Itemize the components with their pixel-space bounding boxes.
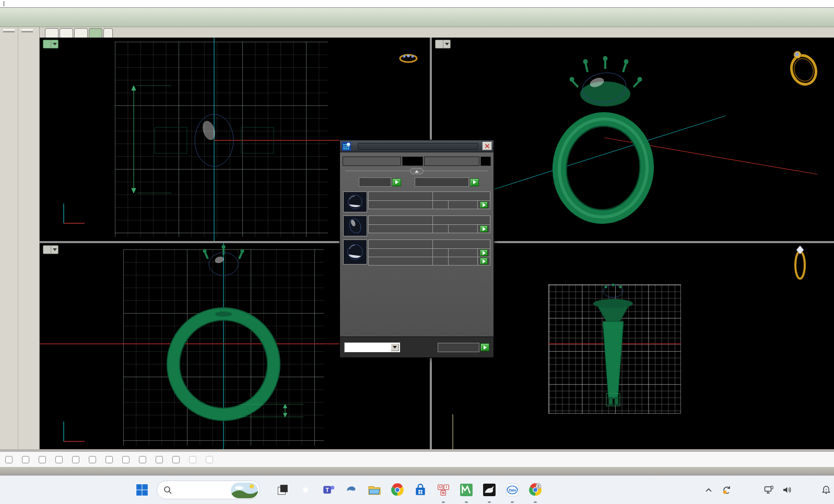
tab-side-view[interactable] [74,28,88,38]
viewport-label-looking-down[interactable] [43,40,58,49]
zalo-button[interactable]: Zalo [503,481,521,499]
checkbox[interactable] [55,456,63,463]
gem-material [432,240,490,248]
ring-orientation-icon [400,54,417,62]
update-arrow-button[interactable] [392,178,401,186]
palette-drag-handle[interactable] [3,29,15,32]
chevron-down-icon[interactable] [51,40,58,48]
osnap-quad[interactable] [139,456,149,463]
rhinoceros-button[interactable] [480,481,498,499]
gem-size [369,225,432,233]
copilot-icon [299,483,312,497]
checkbox[interactable] [156,456,163,463]
round-gem-thumbnail [343,191,367,212]
gem-count [432,249,448,257]
tab-perspective[interactable] [45,28,58,38]
checkbox[interactable] [72,456,79,463]
save-report-button[interactable] [415,177,469,187]
tab-through-finger[interactable] [60,28,73,38]
chevron-down-icon[interactable] [51,246,58,254]
tab-looking-down[interactable] [89,28,102,38]
osnap-int[interactable] [89,456,99,463]
checkbox[interactable] [139,456,146,463]
axis-indicator [64,422,85,441]
start-button[interactable] [133,481,151,499]
osnap-mid[interactable] [55,456,65,463]
report-buttons-row [359,177,494,187]
gem-shape [369,216,432,224]
tray-chevron-up-icon[interactable] [703,485,714,495]
osnap-project[interactable] [189,456,199,463]
osnap-vertex[interactable] [172,456,182,463]
gem-row-arrow-button[interactable] [480,225,488,232]
windows-taskbar: T UIN Zalo z [0,475,834,504]
osnap-cen[interactable] [72,456,82,463]
chrome-profile-button[interactable] [526,481,544,499]
checkbox[interactable] [189,456,196,463]
chrome-button[interactable] [389,481,406,499]
gem-size [369,201,432,209]
network-icon[interactable] [763,485,774,495]
axis-indicator [64,203,85,223]
microsoft-store-button[interactable] [412,481,429,499]
tool-palette-column-1 [0,27,18,449]
task-view-button[interactable] [274,481,291,499]
search-highlight-image[interactable] [231,483,258,498]
total-gem-count-label [424,157,479,166]
search-box[interactable] [157,481,260,499]
set-material-button[interactable] [438,343,479,352]
osnap-disable[interactable] [206,456,216,463]
checkbox[interactable] [105,456,113,463]
gem-group-row[interactable] [343,239,490,266]
viewport-label-through-finger[interactable] [43,245,58,254]
unikey-button[interactable]: UIN [434,481,452,499]
collapse-panel-button[interactable] [410,168,424,174]
checkbox[interactable] [89,456,96,463]
gem-reporter-dialog[interactable] [339,140,494,358]
save-report-arrow-button[interactable] [470,178,479,186]
osnap-perp[interactable] [105,456,115,463]
checkbox[interactable] [172,456,180,463]
gem-row-arrow-button[interactable] [480,201,488,208]
edge-button[interactable] [343,481,360,499]
material-select[interactable] [344,342,400,352]
command-bar[interactable] [0,0,834,8]
gem-group-row[interactable] [343,191,490,212]
osnap-knot[interactable] [156,456,166,463]
tray-update-icon[interactable] [722,485,732,495]
gem-row-arrow-button[interactable] [480,249,488,256]
viewport-tabs [40,27,834,38]
viewport-label-perspective[interactable] [435,40,451,49]
notification-bell-icon[interactable]: z [821,485,831,495]
checkbox[interactable] [39,456,46,463]
matrixgold-button[interactable] [457,481,475,499]
palette-drag-handle[interactable] [21,29,33,32]
osnap-point[interactable] [39,456,49,463]
checkbox[interactable] [22,456,29,463]
dropdown-arrow-icon[interactable] [391,343,399,351]
gem-reporter-titlebar[interactable] [340,140,494,152]
add-viewport-tab-button[interactable] [103,28,113,38]
set-material-arrow-button[interactable] [480,343,489,351]
osnap-near[interactable] [22,456,32,463]
copilot-button[interactable] [297,481,314,499]
gem-row-arrow-button[interactable] [480,258,488,265]
cabochon-gem-thumbnail [343,215,367,236]
svg-text:T: T [325,487,329,493]
checkbox[interactable] [206,456,213,463]
main-toolbar [0,8,834,27]
osnap-tan[interactable] [122,456,132,463]
close-icon[interactable] [483,142,492,150]
teams-button[interactable]: T [320,481,337,499]
file-explorer-button[interactable] [366,481,383,499]
titlebar-drag-area[interactable] [358,143,478,150]
osnap-end[interactable] [5,456,15,463]
gem-count [432,201,448,209]
gem-group-row[interactable] [343,215,490,236]
update-button[interactable] [359,177,391,187]
zalo-icon: Zalo [506,483,519,497]
chevron-down-icon[interactable] [443,40,450,48]
checkbox[interactable] [5,456,13,463]
checkbox[interactable] [122,456,130,463]
volume-icon[interactable] [782,485,792,495]
